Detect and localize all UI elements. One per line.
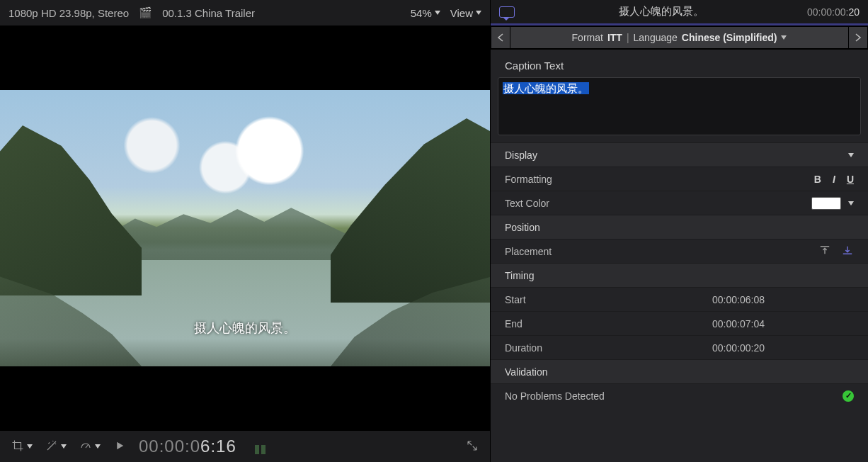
- inspector-duration: 00:00:00:20: [807, 6, 860, 18]
- viewer-pane: 1080p HD 23.98p, Stereo 🎬 00.1.3 China T…: [0, 0, 490, 462]
- format-language-dropdown[interactable]: Format ITT | Language Chinese (Simplifie…: [510, 26, 848, 49]
- end-value[interactable]: 00:00:07:04: [712, 318, 854, 329]
- formatting-row: Formatting B I U: [491, 167, 868, 191]
- format-language-bar: Format ITT | Language Chinese (Simplifie…: [491, 26, 868, 50]
- duration-label: Duration: [505, 342, 712, 354]
- inspector-header: 摄人心魄的风景。 00:00:00:20: [491, 0, 868, 26]
- clapperboard-icon: 🎬: [139, 6, 152, 19]
- start-label: Start: [505, 294, 712, 305]
- display-section-header[interactable]: Display: [491, 142, 868, 167]
- viewer-transport-bar: 00:00:06:16: [0, 431, 490, 462]
- wand-icon: [45, 439, 58, 454]
- italic-button[interactable]: I: [833, 174, 835, 185]
- chevron-down-icon: [781, 35, 787, 40]
- validation-ok-icon: ✓: [843, 390, 854, 402]
- fullscreen-button[interactable]: [466, 439, 479, 454]
- audio-meters: [255, 439, 265, 454]
- retime-tool-dropdown[interactable]: [45, 439, 67, 454]
- end-label: End: [505, 318, 712, 329]
- timing-label: Timing: [505, 270, 854, 281]
- chevron-down-icon: [435, 11, 440, 15]
- validation-label: Validation: [505, 366, 854, 378]
- position-label: Position: [505, 222, 854, 233]
- underline-button[interactable]: U: [847, 174, 854, 185]
- caption-text-value: 摄人心魄的风景。: [503, 82, 589, 94]
- timecode-high: 6:16: [200, 436, 236, 456]
- clip-title: 00.1.3 China Trailer: [162, 7, 255, 19]
- viewer-toolbar: 1080p HD 23.98p, Stereo 🎬 00.1.3 China T…: [0, 0, 490, 26]
- gauge-icon: [79, 439, 92, 454]
- view-dropdown[interactable]: View: [450, 7, 481, 19]
- language-value: Chinese (Simplified): [682, 32, 777, 43]
- zoom-value: 54%: [411, 7, 432, 19]
- chevron-down-icon: [476, 11, 481, 15]
- caption-text-input[interactable]: 摄人心魄的风景。: [498, 77, 861, 135]
- chevron-down-icon: [61, 444, 67, 449]
- crop-tool-dropdown[interactable]: [11, 439, 33, 454]
- end-row: End 00:00:07:04: [491, 311, 868, 335]
- text-color-swatch[interactable]: [811, 197, 841, 210]
- validation-status-row: No Problems Detected ✓: [491, 383, 868, 407]
- view-label: View: [450, 7, 473, 19]
- formatting-label: Formatting: [505, 174, 814, 185]
- caption-text-heading: Caption Text: [491, 50, 868, 77]
- caption-inspector-icon[interactable]: [499, 6, 515, 18]
- prev-caption-button[interactable]: [491, 26, 510, 49]
- chevron-down-icon: [848, 153, 854, 157]
- caption-inspector: 摄人心魄的风景。 00:00:00:20 Format ITT | Langua…: [490, 0, 868, 462]
- start-row: Start 00:00:06:08: [491, 287, 868, 311]
- bold-button[interactable]: B: [814, 174, 821, 185]
- placement-top-button[interactable]: [818, 244, 831, 258]
- placement-bottom-button[interactable]: [841, 244, 854, 258]
- chevron-down-icon: [27, 444, 33, 449]
- position-section-header: Position: [491, 215, 868, 239]
- play-icon: [113, 439, 126, 454]
- placement-row: Placement: [491, 239, 868, 263]
- validation-message: No Problems Detected: [505, 390, 843, 402]
- timecode-low: 00:00:0: [139, 436, 200, 456]
- duration-row: Duration 00:00:00:20: [491, 335, 868, 359]
- chevron-right-icon: [855, 33, 862, 42]
- inspector-title: 摄人心魄的风景。: [523, 5, 799, 18]
- text-color-row: Text Color: [491, 191, 868, 215]
- zoom-dropdown[interactable]: 54%: [411, 7, 440, 19]
- validation-section-header: Validation: [491, 359, 868, 383]
- duration-low: 00:00:00:: [807, 6, 848, 18]
- speed-tool-dropdown[interactable]: [79, 439, 101, 454]
- playhead-timecode[interactable]: 00:00:06:16: [139, 436, 236, 456]
- next-caption-button[interactable]: [848, 26, 868, 49]
- format-value: ITT: [607, 32, 622, 43]
- video-spec: 1080p HD 23.98p, Stereo: [8, 7, 129, 19]
- duration-value[interactable]: 00:00:00:20: [712, 342, 854, 354]
- viewer-canvas[interactable]: 摄人心魄的风景。: [0, 26, 490, 431]
- duration-high: 20: [848, 6, 860, 18]
- caption-overlay: 摄人心魄的风景。: [194, 320, 296, 337]
- fullscreen-icon: [466, 439, 479, 454]
- format-label: Format: [572, 32, 603, 43]
- placement-label: Placement: [505, 246, 818, 257]
- crop-icon: [11, 439, 24, 454]
- text-color-label: Text Color: [505, 198, 811, 209]
- chevron-down-icon[interactable]: [848, 201, 854, 205]
- language-label: Language: [634, 32, 678, 43]
- start-value[interactable]: 00:00:06:08: [712, 294, 854, 305]
- chevron-left-icon: [497, 33, 504, 42]
- play-button[interactable]: [113, 439, 126, 454]
- chevron-down-icon: [95, 444, 101, 449]
- timing-section-header: Timing: [491, 263, 868, 287]
- display-label: Display: [505, 150, 848, 161]
- video-frame: 摄人心魄的风景。: [0, 90, 490, 366]
